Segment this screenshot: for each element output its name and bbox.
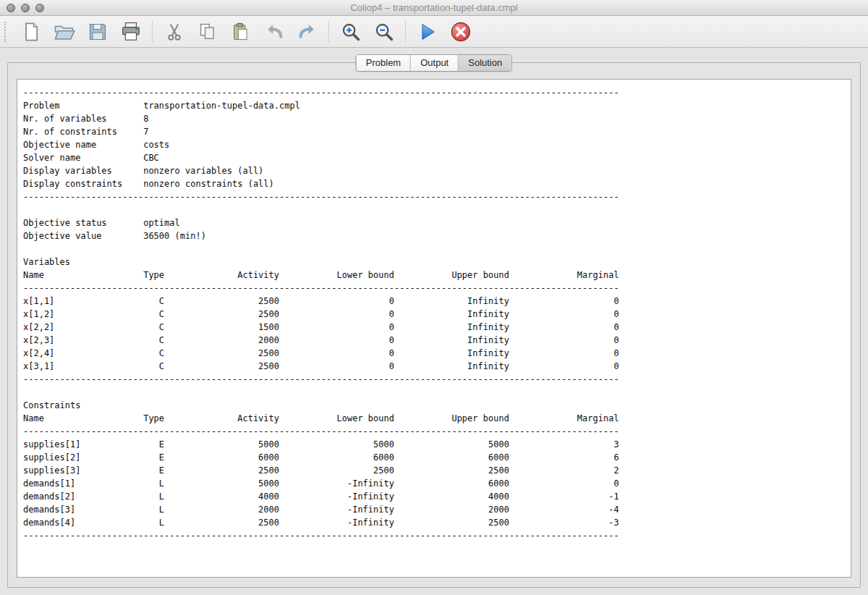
- paste-button[interactable]: [226, 18, 255, 46]
- cut-button[interactable]: [160, 18, 189, 46]
- tab-bar: Problem Output Solution: [356, 54, 512, 72]
- tab-pane: ----------------------------------------…: [7, 62, 861, 588]
- zoom-out-button[interactable]: [370, 18, 399, 46]
- toolbar-separator: [152, 22, 153, 42]
- save-file-button[interactable]: [83, 18, 112, 46]
- magnifier-plus-icon: [341, 22, 361, 42]
- close-window-button[interactable]: [7, 4, 15, 12]
- redo-button[interactable]: [293, 18, 322, 46]
- toolbar-separator: [328, 22, 330, 42]
- tab-output[interactable]: Output: [411, 55, 459, 71]
- redo-arrow-icon: [297, 22, 318, 42]
- tab-solution[interactable]: Solution: [459, 55, 511, 71]
- printer-icon: [120, 21, 142, 43]
- new-file-button[interactable]: [17, 18, 46, 46]
- toolbar-drag-handle[interactable]: [4, 22, 8, 42]
- window-title: Coliop4 – transportation-tupel-data.cmpl: [350, 2, 517, 13]
- stop-cross-icon: [450, 21, 472, 43]
- scissors-icon: [164, 22, 184, 42]
- run-play-icon: [417, 22, 438, 42]
- titlebar: Coliop4 – transportation-tupel-data.cmpl: [0, 0, 868, 16]
- solution-output: ----------------------------------------…: [17, 80, 851, 549]
- tab-problem[interactable]: Problem: [357, 55, 411, 71]
- clipboard-paste-icon: [231, 22, 251, 42]
- app-window: Coliop4 – transportation-tupel-data.cmpl: [0, 0, 868, 595]
- floppy-disk-icon: [88, 22, 108, 42]
- toolbar-separator: [405, 22, 407, 42]
- zoom-in-button[interactable]: [336, 18, 365, 46]
- toolbar: [0, 16, 868, 48]
- undo-button[interactable]: [260, 18, 289, 46]
- minimize-window-button[interactable]: [21, 4, 30, 12]
- magnifier-minus-icon: [374, 22, 394, 42]
- solution-text-area[interactable]: ----------------------------------------…: [17, 79, 851, 578]
- run-button[interactable]: [413, 18, 442, 46]
- stop-button[interactable]: [446, 18, 475, 46]
- zoom-window-button[interactable]: [35, 4, 44, 12]
- print-button[interactable]: [116, 18, 145, 46]
- traffic-lights: [7, 4, 44, 12]
- open-folder-icon: [54, 21, 75, 43]
- undo-arrow-icon: [264, 22, 284, 42]
- new-file-icon: [21, 22, 41, 42]
- copy-icon: [197, 22, 218, 42]
- main-area: Problem Output Solution ----------------…: [0, 48, 868, 595]
- open-file-button[interactable]: [50, 18, 79, 46]
- copy-button[interactable]: [193, 18, 222, 46]
